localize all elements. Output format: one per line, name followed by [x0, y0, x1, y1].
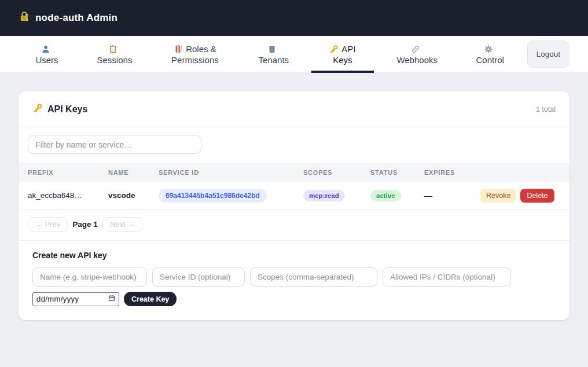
app-title: node-auth Admin — [35, 12, 117, 24]
tab-webhooks[interactable]: Webhooks — [381, 36, 453, 73]
scope-badge: mcp:read — [303, 190, 345, 201]
api-keys-table: PREFIX NAME SERVICE ID SCOPES STATUS EXP… — [19, 163, 569, 210]
column-header-status: STATUS — [370, 169, 424, 176]
filter-row — [19, 127, 569, 163]
key-icon — [329, 45, 339, 54]
column-header-expires: EXPIRES — [424, 169, 480, 176]
delete-button[interactable]: Delete — [520, 189, 554, 203]
key-icon — [32, 103, 43, 116]
tab-label: Control — [476, 55, 504, 65]
next-page-button[interactable]: Next → — [102, 217, 142, 232]
users-icon — [41, 45, 50, 54]
building-icon — [267, 45, 277, 54]
panel-title: API Keys — [47, 104, 87, 115]
filter-input[interactable] — [28, 135, 201, 154]
expiry-date-input[interactable]: dd/mm/yyyy — [32, 292, 119, 306]
date-value: dd/mm/yyyy — [36, 295, 79, 303]
tab-label: Tenants — [259, 55, 289, 65]
tab-tenants[interactable]: Tenants — [244, 36, 304, 73]
tab-label: Sessions — [97, 55, 133, 65]
tab-roles-permissions[interactable]: Roles & Permissions — [154, 36, 236, 73]
gear-icon — [484, 45, 493, 54]
tab-label: Webhooks — [396, 55, 438, 65]
key-prefix: ak_eccba648… — [28, 191, 108, 200]
expires-value: — — [424, 191, 480, 200]
app-header: node-auth Admin — [0, 0, 588, 36]
tab-api-keys[interactable]: API Keys — [311, 36, 374, 73]
calendar-icon — [108, 295, 115, 303]
create-section-title: Create new API key — [32, 251, 556, 260]
table-row: ak_eccba648… vscode 69a413445b4a51c986de… — [19, 182, 569, 210]
new-key-allowed-ips-input[interactable] — [383, 267, 511, 287]
new-key-service-id-input[interactable] — [152, 267, 245, 287]
logout-button[interactable]: Logout — [527, 41, 569, 68]
main-nav: Users Sessions Roles & Permissions — [0, 36, 588, 73]
revoke-button[interactable]: Revoke — [480, 189, 516, 203]
main-content: API Keys 1 total PREFIX NAME SERVICE ID … — [0, 73, 588, 320]
service-id-badge: 69a413445b4a51c986de42bd — [159, 189, 267, 203]
pagination: ← Prev Page 1 Next → — [19, 210, 569, 241]
panel-header: API Keys 1 total — [19, 91, 569, 127]
prev-page-button[interactable]: ← Prev — [28, 217, 68, 232]
api-keys-panel: API Keys 1 total PREFIX NAME SERVICE ID … — [19, 91, 569, 320]
tab-users[interactable]: Users — [19, 36, 75, 73]
key-name: vscode — [108, 191, 159, 200]
link-icon — [411, 45, 420, 54]
page-indicator: Page 1 — [72, 220, 98, 229]
clipboard-icon — [108, 45, 117, 54]
tab-label: Users — [35, 55, 58, 65]
status-badge: active — [370, 190, 401, 201]
create-api-key-section: Create new API key dd/mm/yyyy Create Key — [19, 241, 569, 320]
column-header-prefix: PREFIX — [28, 169, 108, 176]
new-key-scopes-input[interactable] — [250, 267, 377, 287]
column-header-scopes: SCOPES — [303, 169, 370, 176]
lock-key-icon — [19, 11, 30, 25]
column-header-name: NAME — [108, 169, 159, 176]
tab-control[interactable]: Control — [461, 36, 520, 73]
table-header-row: PREFIX NAME SERVICE ID SCOPES STATUS EXP… — [19, 163, 569, 182]
shield-icon — [174, 45, 183, 54]
column-header-service-id: SERVICE ID — [159, 169, 303, 176]
total-count: 1 total — [536, 105, 556, 113]
tab-sessions[interactable]: Sessions — [83, 36, 146, 73]
create-key-button[interactable]: Create Key — [124, 292, 177, 306]
new-key-name-input[interactable] — [32, 267, 147, 287]
